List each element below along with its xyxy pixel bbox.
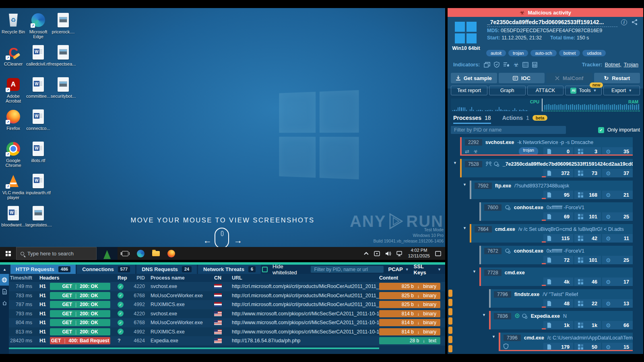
tag-autoit[interactable]: autoit: [486, 50, 506, 56]
sample-name[interactable]: _7e2350cda89ffedc7bd060962533ff159142...: [487, 19, 617, 27]
tag-botnet[interactable]: botnet: [559, 50, 580, 56]
process-row-7796[interactable]: 7796findstr.exe/V "Twist" Relief4822⚙13: [489, 289, 633, 308]
files-counter[interactable]: 69: [543, 212, 573, 221]
tracker-link-trojan[interactable]: Trojan: [624, 62, 638, 68]
task-view-button[interactable]: [118, 247, 133, 260]
tab-actions[interactable]: Actions 1 beta: [502, 115, 548, 124]
rail-network-tab[interactable]: [0, 274, 9, 286]
expand-arrow-icon[interactable]: ▼: [473, 269, 476, 274]
desktop-icon-securitybot-[interactable]: securitybot...: [51, 75, 76, 107]
vm-desktop-view[interactable]: ♻Recycle BinC↗CCleanerA↗Adobe Acrobat↗Fi…: [0, 8, 445, 247]
desktop-icon-google-chrome[interactable]: ↗Google Chrome: [1, 139, 26, 171]
details-counter[interactable]: ⚙25: [602, 212, 633, 221]
horizontal-scrollbar[interactable]: [9, 348, 379, 349]
http-request-row[interactable]: 813 msH1GET|200: OK✓4992RUXIMICS.exehttp…: [9, 327, 445, 337]
network-icon[interactable]: [396, 251, 403, 256]
content-badge[interactable]: 825 b↓binary: [379, 283, 440, 290]
tab-connections[interactable]: Connections577: [77, 265, 135, 274]
tray-expand-icon[interactable]: [364, 252, 368, 256]
expand-arrow-icon[interactable]: ▼: [463, 183, 466, 187]
tab-processes[interactable]: Processes 18: [453, 115, 491, 124]
expand-arrow-icon[interactable]: ▼: [453, 161, 457, 165]
graph-button[interactable]: Graph: [489, 86, 526, 95]
start-button[interactable]: [0, 247, 16, 260]
content-badge[interactable]: 825 b↓binary: [379, 301, 440, 308]
http-request-row[interactable]: 793 msH1GET|200: OK✓4220svchost.exehttp:…: [9, 309, 445, 319]
tools-dropdown[interactable]: AI Tools ▼ new: [565, 86, 602, 95]
details-counter[interactable]: ⚙35: [602, 147, 633, 156]
taskbar-edge[interactable]: [133, 247, 148, 260]
desktop-icon-committee-[interactable]: Wcommittee...: [26, 75, 51, 107]
files-counter[interactable]: 1k: [543, 321, 573, 329]
info-icon[interactable]: i: [621, 19, 627, 25]
files-counter[interactable]: 0: [543, 147, 573, 156]
rail-threats-tab[interactable]: [0, 297, 9, 309]
content-badge[interactable]: 814 b↓binary: [379, 328, 440, 335]
http-request-row[interactable]: 749 msH1GET|200: OK✓4220svchost.exehttp:…: [9, 282, 445, 291]
files-counter[interactable]: 115: [543, 234, 573, 243]
files-counter[interactable]: 179: [543, 343, 573, 351]
tab-dns-requests[interactable]: DNS Requests24: [136, 265, 197, 274]
search-input[interactable]: [27, 251, 84, 257]
tab-http-requests[interactable]: HTTP Requests486: [10, 265, 76, 274]
details-counter[interactable]: ⚙37: [602, 169, 633, 177]
content-badge[interactable]: 814 b↓binary: [379, 310, 440, 317]
modules-counter[interactable]: 1k: [574, 321, 601, 329]
pcap-dropdown[interactable]: PCAP▼: [388, 266, 409, 272]
details-counter[interactable]: ⚙11: [602, 234, 633, 243]
hide-whitelisted-checkbox[interactable]: [262, 267, 268, 272]
content-badge[interactable]: 814 b↓binary: [379, 319, 440, 326]
modules-counter[interactable]: 73: [574, 169, 601, 177]
shield-check-icon[interactable]: [494, 62, 500, 68]
only-important-checkbox[interactable]: ✓: [598, 127, 604, 133]
attack-button[interactable]: ATT&CK: [527, 86, 564, 95]
tag-auto-sch[interactable]: auto-sch: [530, 50, 556, 56]
process-row-7836[interactable]: ▼7836Expedia.exeN1k1k⚙66: [489, 311, 633, 329]
tag-trojan[interactable]: trojan: [508, 50, 528, 56]
desktop-icon-vlc-media-player[interactable]: ↗VLC media player: [1, 171, 26, 204]
files-counter[interactable]: 4k: [543, 278, 573, 286]
process-tag[interactable]: trojan: [519, 147, 538, 156]
details-counter[interactable]: ⚙13: [602, 299, 633, 308]
desktop-icon-connectco-[interactable]: Wconnectco...: [26, 107, 51, 139]
files-counter[interactable]: 95: [543, 191, 573, 199]
share-icon[interactable]: [632, 19, 638, 25]
details-counter[interactable]: ⚙25: [602, 256, 633, 264]
files-counter[interactable]: 372: [543, 169, 573, 177]
details-counter[interactable]: ⚙21: [602, 191, 633, 199]
pattern-icon[interactable]: [522, 62, 528, 68]
text-report-button[interactable]: Text report: [451, 86, 487, 95]
process-row-7528[interactable]: ▼7528_7e2350cda89ffedc7bd060962533ff1591…: [460, 159, 633, 177]
process-row-7672[interactable]: 7672conhost.exe0xffffffff -ForceV172101⚙…: [479, 246, 633, 264]
modules-counter[interactable]: 50: [574, 343, 601, 351]
desktop-icon-pricerock-[interactable]: pricerock....: [51, 10, 76, 43]
desktop-icon-calledcivil-rtf[interactable]: Wcalledcivil.rtf: [26, 43, 51, 75]
content-badge[interactable]: 825 b↓binary: [379, 292, 440, 299]
tab-network-threats[interactable]: Network Threats6: [198, 265, 261, 274]
modules-counter[interactable]: 101: [574, 212, 601, 221]
rail-files-tab[interactable]: [0, 286, 9, 297]
ioc-button[interactable]: IOC: [499, 73, 545, 83]
process-row-7592[interactable]: ▼7592ftp.exe/?suhd8937273488uajsk95168⚙2…: [470, 181, 633, 199]
tracker-link-botnet[interactable]: Botnet,: [605, 62, 621, 68]
export-dropdown[interactable]: Export ▼: [603, 86, 640, 95]
ime-icon[interactable]: [374, 251, 380, 256]
desktop-icon-recycle-bin[interactable]: ♻Recycle Bin: [1, 10, 26, 43]
desktop-icon-firefox[interactable]: ↗Firefox: [1, 107, 26, 139]
process-row-7396[interactable]: ▼7396cmd.exe/c C:\Users\admin\AppData\Lo…: [499, 333, 633, 351]
modules-counter[interactable]: 46: [574, 278, 601, 286]
desktop-icon-ccleaner[interactable]: C↗CCleaner: [1, 43, 26, 75]
modules-counter[interactable]: 101: [574, 256, 601, 264]
http-request-row[interactable]: 783 msH1GET|200: OK✓6768MoUsoCoreWorker.…: [9, 291, 445, 300]
details-counter[interactable]: ⚙15: [602, 343, 633, 351]
expand-arrow-icon[interactable]: ▼: [482, 313, 486, 317]
details-counter[interactable]: ⚙17: [602, 278, 633, 286]
copy-icon[interactable]: [484, 62, 490, 68]
taskbar-firefox[interactable]: [163, 247, 179, 260]
modules-counter[interactable]: 42: [574, 234, 601, 243]
details-counter[interactable]: ⚙66: [602, 321, 633, 329]
modules-counter[interactable]: 22: [574, 299, 601, 308]
process-row-7728[interactable]: ▼7728cmd.exe4k46⚙17: [479, 267, 633, 286]
seasonal-widget[interactable]: [97, 247, 118, 260]
get-sample-button[interactable]: Get sample: [451, 73, 497, 83]
